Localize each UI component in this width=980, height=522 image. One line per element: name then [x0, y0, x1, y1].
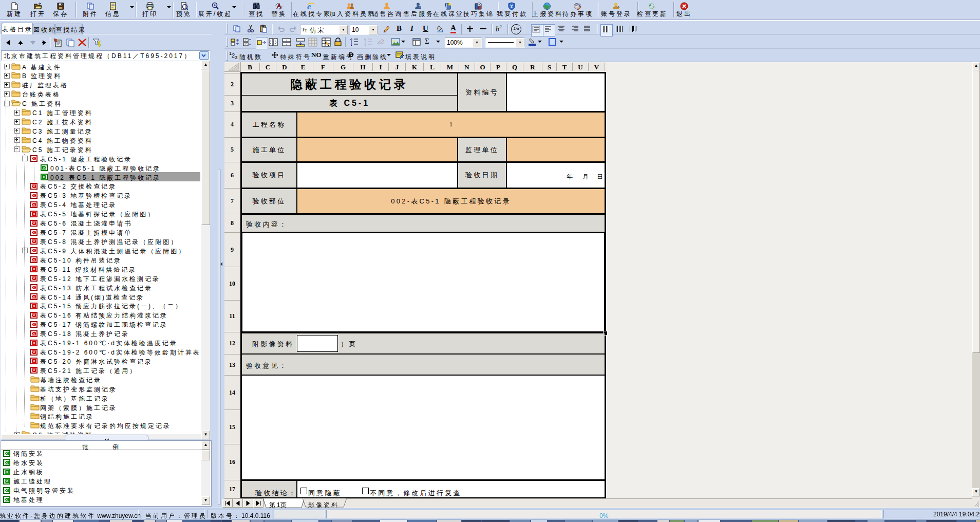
svg-text:DVD: DVD [575, 3, 581, 6]
svg-text:T: T [305, 29, 307, 33]
